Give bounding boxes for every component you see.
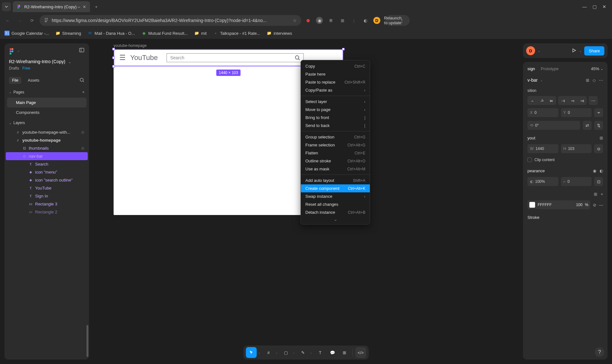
chevron-down-icon[interactable]: ⌄ xyxy=(275,351,279,354)
zoom-control[interactable]: 45%⌄ xyxy=(591,66,603,71)
frame-tool[interactable]: # xyxy=(263,347,274,358)
rectangle-tool[interactable]: ▢ xyxy=(280,347,291,358)
hidden-icon[interactable]: ⊘ xyxy=(81,130,85,135)
new-tab-button[interactable]: + xyxy=(92,2,101,11)
tab-file[interactable]: File xyxy=(9,77,21,84)
layer-thumbnails[interactable]: ⊡ thumbnails ⊘ xyxy=(6,144,88,152)
clip-content-row[interactable]: Clip content xyxy=(523,155,608,165)
chevron-down-icon[interactable]: ⌄ xyxy=(540,78,543,82)
close-icon[interactable]: ✕ xyxy=(83,4,86,9)
chevron-down-icon[interactable]: ⌄ xyxy=(293,351,296,354)
selection-name[interactable]: v-bar xyxy=(527,78,538,83)
radius-field[interactable]: ⌐0 xyxy=(561,177,592,186)
bookmark-star-icon[interactable]: ☆ xyxy=(293,18,297,23)
dev-mode-toggle[interactable]: </> xyxy=(355,347,366,358)
clip-checkbox[interactable] xyxy=(527,158,532,162)
cm-copy-paste-as[interactable]: Copy/Paste as› xyxy=(301,86,370,94)
pen-tool[interactable]: ✎ xyxy=(298,347,309,358)
bookmark-mit[interactable]: 📁mit xyxy=(194,31,206,36)
layer-nav-bar[interactable]: ◇ nav-bar xyxy=(6,152,88,160)
align-center-h-icon[interactable]: ⫡ xyxy=(537,96,547,105)
cm-group-selection[interactable]: Group selectionCtrl+G xyxy=(301,133,370,141)
more-icon[interactable]: ⋯ xyxy=(599,78,603,83)
help-button[interactable]: ? xyxy=(595,347,604,357)
fill-color-field[interactable]: FFFFFF 100 % xyxy=(527,200,590,209)
edit-icon[interactable]: ◇ xyxy=(593,78,596,83)
user-avatar[interactable]: D xyxy=(526,46,535,55)
site-settings-icon[interactable] xyxy=(44,18,49,24)
cm-detach-instance[interactable]: Detach instanceCtrl+Alt+B xyxy=(301,208,370,216)
text-tool[interactable]: T xyxy=(315,347,326,358)
remove-fill-icon[interactable]: — xyxy=(599,203,603,207)
ublock-icon[interactable]: ⬣ xyxy=(304,17,311,24)
panel-toggle-icon[interactable] xyxy=(79,47,85,54)
color-swatch[interactable] xyxy=(529,202,535,208)
share-button[interactable]: Share xyxy=(584,46,604,56)
cm-create-component[interactable]: Create componentCtrl+Alt+K xyxy=(301,184,370,192)
layer-icon-search[interactable]: ◈ icon "search outline" xyxy=(6,176,88,184)
leaf-icon[interactable]: ◐ xyxy=(362,17,369,24)
selection-handle[interactable] xyxy=(112,56,115,59)
selection-handle[interactable] xyxy=(112,65,115,68)
relaunch-button[interactable]: Relaunch to update⋮ xyxy=(385,15,410,26)
selection-handle[interactable] xyxy=(112,48,115,50)
add-fill-icon[interactable]: + xyxy=(601,192,603,197)
width-field[interactable]: W1440 xyxy=(527,144,558,153)
chevron-down-icon[interactable]: ⌄ xyxy=(538,49,540,53)
page-main[interactable]: Main Page xyxy=(7,98,86,108)
drafts-label[interactable]: Drafts xyxy=(9,66,19,71)
layer-youtube-homepage-with[interactable]: # youtube-homepage-with... ⊘ xyxy=(6,128,88,136)
hidden-icon[interactable]: ⊘ xyxy=(81,146,85,151)
page-components[interactable]: Components xyxy=(7,108,86,117)
align-left-icon[interactable]: ⫠ xyxy=(527,96,537,105)
layer-youtube-text[interactable]: T YouTube xyxy=(6,184,88,192)
cm-bring-to-front[interactable]: Bring to front] xyxy=(301,114,370,122)
align-right-icon[interactable]: ⫢ xyxy=(547,96,556,105)
cm-flatten[interactable]: FlattenCtrl+E xyxy=(301,149,370,157)
file-title-row[interactable]: R2-Wireframing-Intro (Copy) ⌄ xyxy=(4,58,89,66)
layer-signin-text[interactable]: T Sign In xyxy=(6,192,88,200)
bookmark-talkspace[interactable]: ▪Talkspace - #1 Rate... xyxy=(213,31,260,36)
align-bottom-icon[interactable]: ⫥ xyxy=(577,96,587,105)
y-field[interactable]: Y0 xyxy=(561,108,592,117)
comment-tool[interactable]: 💬 xyxy=(327,347,338,358)
chevron-down-icon[interactable]: ⌄ xyxy=(17,49,20,52)
cm-reset-all-changes[interactable]: Reset all changes xyxy=(301,200,370,208)
chevron-down-icon[interactable]: ⌄ xyxy=(258,351,262,354)
layers-header[interactable]: ⌄ Layers xyxy=(4,117,89,128)
back-button[interactable]: ← xyxy=(3,16,12,25)
more-align-icon[interactable]: ⋯ xyxy=(589,96,598,105)
browser-tab[interactable]: R2-Wireframing-Intro (Copy) – ✕ xyxy=(13,1,90,12)
forward-button[interactable]: → xyxy=(15,16,24,25)
menu-scroll-down-icon[interactable]: ⌄ xyxy=(301,216,370,222)
add-page-icon[interactable]: + xyxy=(82,90,85,94)
layer-youtube-homepage[interactable]: # youtube-homepage xyxy=(6,136,88,144)
search-icon[interactable] xyxy=(79,78,85,84)
shield-icon[interactable]: ⛨ xyxy=(327,17,334,24)
tab-design[interactable]: sign xyxy=(527,66,535,71)
cm-select-layer[interactable]: Select layer› xyxy=(301,98,370,106)
chevron-down-icon[interactable]: ⌄ xyxy=(310,351,314,354)
bookmark-mail[interactable]: ✉Mail - Dana Hua - O... xyxy=(87,31,135,36)
cm-move-to-page[interactable]: Move to page› xyxy=(301,106,370,114)
layer-rectangle-3[interactable]: ▭ Rectangle 3 xyxy=(6,200,88,208)
x-field[interactable]: X0 xyxy=(527,108,558,117)
blend-icon[interactable]: ◐ xyxy=(600,168,603,173)
maximize-icon[interactable]: ▢ xyxy=(593,4,597,9)
link-wh-icon[interactable]: ⊖ xyxy=(594,144,603,153)
bookmark-streaming[interactable]: 📁Streaming xyxy=(55,31,81,36)
cm-paste-replace[interactable]: Paste to replaceCtrl+Shift+R xyxy=(301,78,370,86)
cm-send-to-back[interactable]: Send to back[ xyxy=(301,122,370,130)
align-middle-v-icon[interactable]: ⫤ xyxy=(568,96,577,105)
tab-assets[interactable]: Assets xyxy=(25,77,42,84)
bookmark-google-calendar[interactable]: 31Google Calendar -... xyxy=(4,31,49,36)
cm-copy[interactable]: CopyCtrl+C xyxy=(301,62,370,70)
cm-outline-stroke[interactable]: Outline strokeCtrl+Alt+O xyxy=(301,157,370,165)
visibility-icon[interactable]: ◉ xyxy=(593,168,596,173)
align-top-icon[interactable]: ⫣ xyxy=(558,96,568,105)
grid-icon[interactable]: ⊞ xyxy=(586,78,589,83)
profile-avatar[interactable]: D xyxy=(373,17,380,24)
frame-label[interactable]: youtube-homepage xyxy=(114,43,516,48)
absolute-position-icon[interactable]: ⫧ xyxy=(594,108,603,117)
flip-h-icon[interactable]: ⇄ xyxy=(583,121,592,130)
